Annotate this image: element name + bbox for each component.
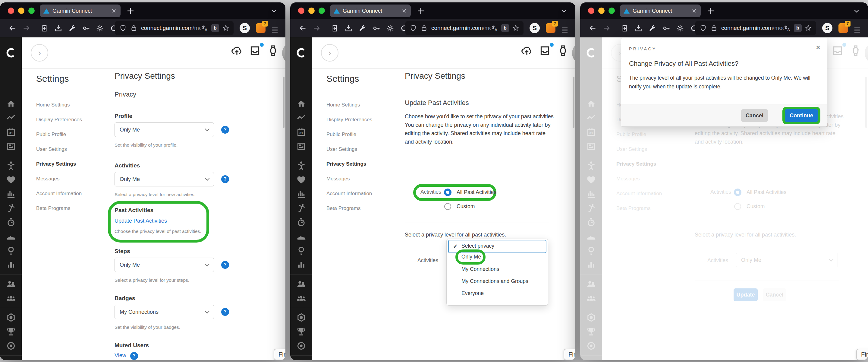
groups-icon[interactable] bbox=[296, 293, 306, 303]
calendar-icon[interactable] bbox=[6, 127, 16, 137]
minimize-window-button[interactable] bbox=[308, 7, 315, 14]
forward-icon[interactable] bbox=[22, 24, 30, 32]
list-tabs-icon[interactable] bbox=[270, 7, 278, 15]
import-icon[interactable] bbox=[40, 24, 49, 32]
downloads-icon[interactable] bbox=[54, 24, 62, 32]
gear-icon[interactable] bbox=[676, 24, 684, 32]
reports-icon[interactable] bbox=[296, 189, 306, 199]
calendar-icon[interactable] bbox=[296, 127, 306, 137]
downloads-icon[interactable] bbox=[344, 24, 352, 32]
avatar[interactable] bbox=[572, 44, 575, 63]
forward-icon[interactable] bbox=[602, 24, 611, 32]
focus-icon[interactable] bbox=[6, 341, 16, 351]
radio-all-past-activities[interactable] bbox=[444, 189, 452, 196]
trophy-icon[interactable] bbox=[6, 327, 16, 337]
home-icon[interactable] bbox=[6, 99, 16, 109]
find-chip[interactable]: Fir bbox=[564, 349, 575, 360]
extension-b-icon[interactable]: b bbox=[501, 24, 509, 32]
badges-privacy-select[interactable]: My Connections bbox=[115, 305, 214, 319]
avatar[interactable] bbox=[282, 44, 285, 63]
sidebar-item-user-settings[interactable]: User Settings bbox=[36, 146, 112, 152]
device-watch-icon[interactable] bbox=[557, 45, 569, 57]
extension-b-icon[interactable]: b bbox=[211, 24, 219, 32]
activities-help-icon[interactable]: ? bbox=[221, 175, 229, 183]
wellness-icon[interactable] bbox=[296, 161, 306, 170]
home-icon[interactable] bbox=[296, 99, 306, 109]
dialog-close-icon[interactable]: × bbox=[816, 44, 820, 51]
find-chip[interactable]: Fir bbox=[856, 349, 868, 360]
lock-icon[interactable] bbox=[421, 24, 428, 32]
expand-panel-button[interactable]: › bbox=[31, 44, 48, 61]
extension-s-icon[interactable]: S bbox=[240, 23, 250, 33]
translate-icon[interactable] bbox=[784, 24, 791, 32]
extension-s-icon[interactable]: S bbox=[822, 23, 832, 33]
notifications-inbox-icon[interactable] bbox=[539, 45, 551, 57]
extension-fox-icon[interactable]: 7 bbox=[838, 23, 848, 33]
garmin-connect-logo[interactable] bbox=[296, 47, 307, 58]
training-timer-icon[interactable] bbox=[296, 217, 306, 227]
zoom-window-button[interactable] bbox=[609, 7, 615, 14]
radio-custom[interactable] bbox=[444, 203, 451, 210]
wrench-icon[interactable] bbox=[68, 24, 76, 32]
sidebar-item-messages[interactable]: Messages bbox=[36, 176, 112, 182]
list-tabs-icon[interactable] bbox=[560, 7, 567, 15]
sidebar-item-privacy-settings[interactable]: Privacy Settings bbox=[327, 161, 402, 167]
address-bar[interactable]: connect.garmin.com/modern b bbox=[115, 21, 234, 35]
sidebar-item-account-information[interactable]: Account Information bbox=[36, 191, 112, 197]
wrench-icon[interactable] bbox=[648, 24, 656, 32]
new-tab-icon[interactable] bbox=[706, 6, 715, 16]
key-icon[interactable] bbox=[82, 24, 90, 32]
sidebar-item-user-settings[interactable]: User Settings bbox=[327, 146, 402, 152]
close-tab-icon[interactable] bbox=[401, 8, 407, 14]
tab-garmin-connect[interactable]: Garmin Connect bbox=[40, 4, 121, 17]
focus-icon[interactable] bbox=[296, 341, 306, 351]
address-bar[interactable]: connect.garmin.com/modern b bbox=[405, 21, 524, 35]
news-feed-icon[interactable] bbox=[6, 141, 16, 151]
wrench-icon[interactable] bbox=[358, 24, 367, 32]
health-stats-icon[interactable] bbox=[296, 175, 306, 185]
close-tab-icon[interactable] bbox=[111, 8, 117, 14]
radio-custom-label[interactable]: Custom bbox=[457, 203, 475, 210]
shield-icon[interactable] bbox=[700, 24, 707, 32]
muted-users-help-icon[interactable]: ? bbox=[130, 352, 138, 360]
health-stats-icon[interactable] bbox=[6, 175, 16, 185]
steps-help-icon[interactable]: ? bbox=[221, 261, 229, 269]
badges-icon[interactable] bbox=[296, 312, 306, 323]
dropdown-option-my-connections[interactable]: My Connections bbox=[461, 266, 499, 272]
shield-icon[interactable] bbox=[410, 24, 417, 32]
sidebar-item-public-profile[interactable]: Public Profile bbox=[327, 132, 402, 138]
profile-help-icon[interactable]: ? bbox=[221, 126, 229, 134]
sidebar-item-display-preferences[interactable]: Display Preferences bbox=[327, 117, 402, 123]
challenges-chart-icon[interactable] bbox=[6, 260, 16, 270]
menu-hamburger-icon[interactable] bbox=[853, 26, 861, 34]
minimize-window-button[interactable] bbox=[598, 7, 604, 14]
dialog-cancel-button[interactable]: Cancel bbox=[741, 109, 768, 122]
sidebar-item-display-preferences[interactable]: Display Preferences bbox=[36, 117, 112, 123]
reports-icon[interactable] bbox=[6, 189, 16, 199]
sidebar-item-home-settings[interactable]: Home Settings bbox=[327, 102, 402, 108]
news-feed-icon[interactable] bbox=[296, 141, 306, 151]
notifications-inbox-icon[interactable] bbox=[249, 45, 261, 57]
bookmark-star-icon[interactable] bbox=[222, 24, 229, 32]
gear-shoes-icon[interactable] bbox=[296, 231, 306, 241]
zoom-window-button[interactable] bbox=[318, 7, 325, 14]
connections-icon[interactable] bbox=[6, 279, 16, 289]
minimize-window-button[interactable] bbox=[18, 7, 24, 14]
translate-icon[interactable] bbox=[491, 24, 498, 32]
golf-icon[interactable] bbox=[296, 203, 306, 213]
list-tabs-icon[interactable] bbox=[853, 7, 860, 15]
menu-hamburger-icon[interactable] bbox=[271, 26, 279, 34]
sidebar-item-public-profile[interactable]: Public Profile bbox=[36, 132, 112, 138]
key-icon[interactable] bbox=[372, 24, 380, 32]
insights-bulb-icon[interactable] bbox=[6, 246, 16, 255]
groups-icon[interactable] bbox=[6, 293, 16, 303]
golf-icon[interactable] bbox=[6, 203, 16, 213]
key-icon[interactable] bbox=[662, 24, 670, 32]
tab-garmin-connect[interactable]: Garmin Connect bbox=[620, 4, 701, 17]
address-bar[interactable]: connect.garmin.com/modern b bbox=[695, 21, 816, 35]
upload-cloud-icon[interactable] bbox=[521, 45, 533, 57]
scrollbar[interactable] bbox=[572, 77, 575, 128]
connections-icon[interactable] bbox=[296, 279, 306, 289]
translate-icon[interactable] bbox=[201, 24, 208, 32]
muted-users-view-link[interactable]: View bbox=[115, 352, 126, 359]
